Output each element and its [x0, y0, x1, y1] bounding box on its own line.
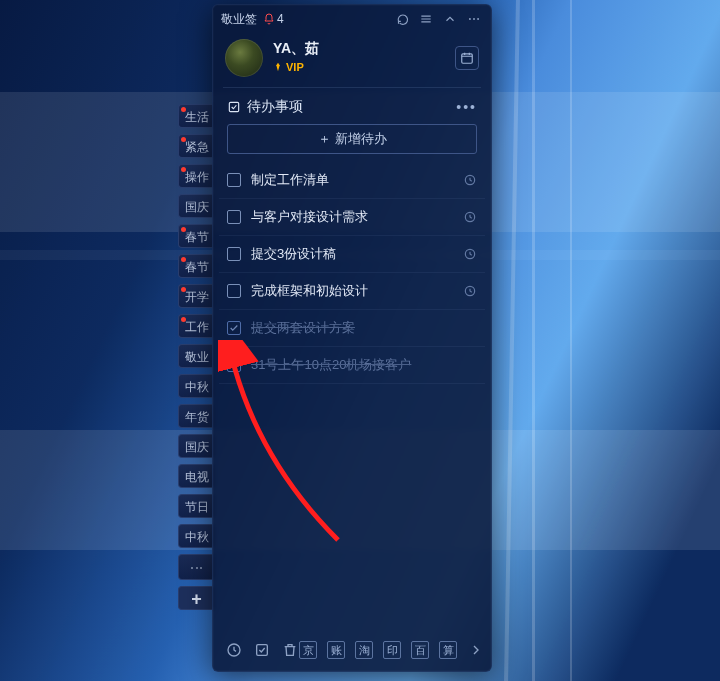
todo-checkbox[interactable] — [227, 173, 241, 187]
category-tab[interactable]: 开学 — [178, 284, 214, 308]
shortcut-button[interactable]: 淘 — [355, 641, 373, 659]
todo-text: 提交两套设计方案 — [251, 319, 477, 337]
profile-row: YA、茹 VIP — [213, 33, 491, 87]
menu-icon[interactable] — [417, 10, 435, 28]
todo-item[interactable]: 完成框架和初始设计 — [219, 273, 485, 310]
svg-point-1 — [473, 18, 475, 20]
category-tab[interactable]: 电视 — [178, 464, 214, 488]
todo-text: 完成框架和初始设计 — [251, 282, 453, 300]
add-category-button[interactable]: + — [178, 586, 214, 610]
reminder-icon[interactable] — [463, 173, 477, 187]
todo-checkbox[interactable] — [227, 321, 241, 335]
category-tab[interactable]: 紧急 — [178, 134, 214, 158]
svg-rect-10 — [257, 645, 268, 656]
category-tab[interactable]: 敬业 — [178, 344, 214, 368]
more-icon[interactable] — [465, 10, 483, 28]
completed-icon[interactable] — [253, 641, 271, 659]
todo-checkbox[interactable] — [227, 284, 241, 298]
bottom-toolbar: 京账淘印百算 — [213, 631, 491, 671]
plus-icon: ＋ — [318, 130, 331, 148]
section-title: 待办事项 — [247, 98, 303, 116]
todo-item[interactable]: 提交两套设计方案 — [219, 310, 485, 347]
category-tab[interactable]: 工作 — [178, 314, 214, 338]
todo-item[interactable]: 制定工作清单 — [219, 162, 485, 199]
svg-rect-3 — [462, 54, 473, 63]
todo-item[interactable]: 提交3份设计稿 — [219, 236, 485, 273]
notification-count: 4 — [277, 12, 284, 26]
category-tab[interactable]: 年货 — [178, 404, 214, 428]
trash-icon[interactable] — [281, 641, 299, 659]
add-todo-button[interactable]: ＋ 新增待办 — [227, 124, 477, 154]
category-tab[interactable]: 国庆 — [178, 434, 214, 458]
calendar-icon — [460, 51, 474, 65]
todo-list: 制定工作清单与客户对接设计需求提交3份设计稿完成框架和初始设计提交两套设计方案3… — [213, 162, 491, 384]
add-todo-label: 新增待办 — [335, 130, 387, 148]
avatar[interactable] — [225, 39, 263, 77]
todo-text: 提交3份设计稿 — [251, 245, 453, 263]
category-tab[interactable]: 生活 — [178, 104, 214, 128]
todo-item[interactable]: 31号上午10点20机场接客户 — [219, 347, 485, 384]
reminder-icon[interactable] — [463, 284, 477, 298]
user-name: YA、茹 — [273, 40, 319, 58]
todo-text: 31号上午10点20机场接客户 — [251, 356, 477, 374]
vip-badge: VIP — [273, 61, 304, 73]
reminder-icon[interactable] — [463, 210, 477, 224]
todo-checkbox[interactable] — [227, 210, 241, 224]
titlebar: 敬业签 4 — [213, 5, 491, 33]
category-tab[interactable]: 中秋 — [178, 374, 214, 398]
app-title: 敬业签 — [221, 11, 257, 28]
more-categories-button[interactable]: ⋮ — [178, 554, 214, 580]
svg-rect-4 — [229, 102, 238, 111]
todo-item[interactable]: 与客户对接设计需求 — [219, 199, 485, 236]
history-icon[interactable] — [225, 641, 243, 659]
app-panel: 敬业签 4 YA、茹 VIP — [212, 4, 492, 672]
calendar-button[interactable] — [455, 46, 479, 70]
category-tab[interactable]: 春节 — [178, 254, 214, 278]
shortcut-button[interactable]: 算 — [439, 641, 457, 659]
shortcut-button[interactable]: 京 — [299, 641, 317, 659]
reminder-icon[interactable] — [463, 247, 477, 261]
checklist-icon — [227, 100, 241, 114]
bell-icon — [263, 13, 275, 25]
todo-checkbox[interactable] — [227, 247, 241, 261]
category-tab[interactable]: 操作 — [178, 164, 214, 188]
category-tab[interactable]: 春节 — [178, 224, 214, 248]
category-tab[interactable]: 中秋 — [178, 524, 214, 548]
category-tab[interactable]: 国庆 — [178, 194, 214, 218]
notification-badge[interactable]: 4 — [263, 12, 284, 26]
svg-point-0 — [469, 18, 471, 20]
collapse-icon[interactable] — [441, 10, 459, 28]
diamond-icon — [273, 62, 283, 72]
shortcut-button[interactable]: 百 — [411, 641, 429, 659]
section-header: 待办事项 ••• — [213, 88, 491, 124]
category-tab[interactable]: 节日 — [178, 494, 214, 518]
todo-checkbox[interactable] — [227, 358, 241, 372]
shortcut-button[interactable]: 账 — [327, 641, 345, 659]
todo-text: 制定工作清单 — [251, 171, 453, 189]
svg-point-2 — [477, 18, 479, 20]
shortcut-button[interactable]: 印 — [383, 641, 401, 659]
sync-icon[interactable] — [393, 10, 411, 28]
section-more-icon[interactable]: ••• — [456, 99, 477, 115]
shortcut-more-icon[interactable] — [467, 641, 485, 659]
category-tabs: 生活紧急操作国庆春节春节开学工作敬业中秋年货国庆电视节日中秋⋮+ — [178, 104, 214, 610]
todo-text: 与客户对接设计需求 — [251, 208, 453, 226]
